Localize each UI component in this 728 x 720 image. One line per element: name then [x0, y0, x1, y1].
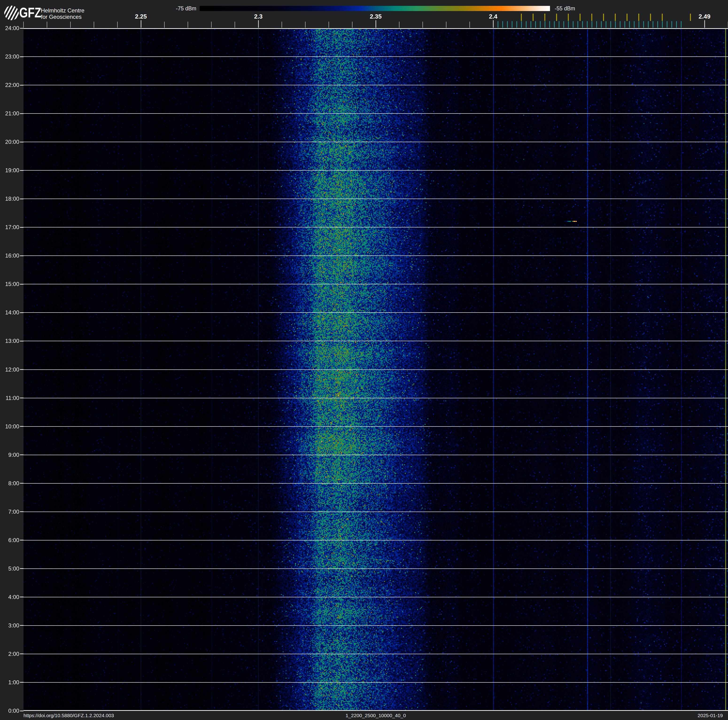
time-tick	[20, 711, 23, 711]
gfz-subtitle-line2: for Geosciences	[41, 14, 84, 20]
date-text: 2025-01-19	[698, 713, 723, 718]
time-tick	[20, 398, 23, 398]
time-tick	[20, 312, 23, 313]
hour-gridline	[23, 597, 728, 597]
wifi-channel-tick	[615, 14, 616, 21]
hour-gridline	[23, 312, 728, 313]
ble-channel-tick	[671, 21, 672, 28]
ble-channel-tick	[624, 21, 625, 28]
freq-tick	[23, 21, 24, 28]
ble-channel-tick	[657, 21, 658, 28]
wifi-channel-tick	[544, 14, 545, 21]
time-label: 8:00	[1, 480, 19, 487]
time-label: 23:00	[1, 54, 19, 60]
time-label: 12:00	[1, 366, 19, 373]
hour-gridline	[23, 142, 728, 142]
ble-channel-tick	[662, 21, 663, 28]
ble-channel-tick	[578, 21, 578, 28]
wifi-channel-tick	[532, 14, 534, 21]
ble-channel-tick	[526, 21, 526, 28]
freq-tick	[422, 21, 423, 28]
hour-gridline	[23, 426, 728, 427]
hour-gridline	[23, 199, 728, 199]
time-label: 16:00	[1, 252, 19, 259]
time-label: 7:00	[1, 509, 19, 515]
time-label: 20:00	[1, 139, 19, 145]
wifi-channel-tick	[568, 14, 569, 21]
ble-channel-tick	[639, 21, 639, 28]
freq-tick	[446, 21, 447, 28]
freq-tick-label: 2.35	[362, 13, 390, 20]
time-tick	[20, 170, 23, 171]
wifi-channel-tick	[690, 14, 691, 21]
dataset-id-text: 1_2200_2500_10000_40_0	[141, 713, 610, 718]
time-tick	[20, 483, 23, 484]
ble-channel-tick	[512, 21, 512, 28]
time-tick	[20, 540, 23, 541]
hour-gridline	[23, 512, 728, 512]
spectrogram-page: GFZ Helmholtz Centre for Geosciences -75…	[0, 0, 728, 720]
hour-gridline	[23, 341, 728, 341]
freq-tick	[281, 21, 282, 28]
time-tick	[20, 341, 23, 342]
time-tick	[20, 256, 23, 256]
ble-channel-tick	[615, 21, 616, 28]
wifi-channel-tick	[650, 14, 651, 21]
freq-tick	[258, 20, 259, 28]
time-label: 5:00	[1, 565, 19, 572]
ble-channel-tick	[592, 21, 592, 28]
freq-tick	[493, 20, 494, 28]
hour-gridline	[23, 170, 728, 171]
ble-channel-tick	[629, 21, 630, 28]
wifi-channel-tick	[521, 14, 522, 21]
freq-tick	[164, 21, 165, 28]
freq-tick	[141, 20, 141, 28]
ble-channel-tick	[549, 21, 550, 28]
freq-tick	[235, 21, 235, 28]
ble-channel-tick	[620, 21, 621, 28]
time-tick	[20, 654, 23, 654]
ble-channel-tick	[587, 21, 587, 28]
gfz-logo-subtitle: Helmholtz Centre for Geosciences	[41, 7, 84, 20]
hour-gridline	[23, 113, 728, 114]
freq-tick	[117, 21, 118, 28]
colorbar-min-label: -75 dBm	[141, 6, 196, 11]
time-tick	[20, 57, 23, 57]
ble-channel-tick	[516, 21, 517, 28]
time-tick	[20, 142, 23, 142]
hour-gridline	[23, 227, 728, 227]
time-label: 24:00	[1, 25, 19, 32]
hour-gridline	[23, 284, 728, 284]
freq-tick	[305, 21, 306, 28]
freq-tick	[399, 21, 399, 28]
freq-tick	[188, 21, 188, 28]
wifi-channel-tick	[638, 14, 639, 21]
ble-channel-tick	[606, 21, 606, 28]
time-tick	[20, 85, 23, 86]
freq-tick-label: 2.3	[244, 13, 272, 20]
hour-gridline	[23, 369, 728, 370]
ble-channel-tick	[596, 21, 597, 28]
colorbar	[200, 6, 550, 11]
time-label: 2:00	[1, 651, 19, 657]
freq-tick	[352, 21, 352, 28]
time-label: 9:00	[1, 452, 19, 458]
ble-channel-tick	[601, 21, 602, 28]
time-label: 4:00	[1, 594, 19, 601]
ble-channel-tick	[681, 21, 682, 28]
freq-tick	[470, 21, 470, 28]
wifi-channel-tick	[627, 14, 627, 21]
ble-channel-tick	[676, 21, 677, 28]
footer: https://doi.org/10.5880/GFZ.1.2.2024.003…	[0, 711, 728, 720]
ble-channel-tick	[667, 21, 667, 28]
time-label: 15:00	[1, 281, 19, 287]
wifi-channel-tick	[580, 14, 581, 21]
time-label: 17:00	[1, 224, 19, 231]
wifi-channel-tick	[591, 14, 592, 21]
hour-gridline	[23, 256, 728, 256]
time-label: 22:00	[1, 82, 19, 88]
time-label: 1:00	[1, 679, 19, 686]
ble-channel-tick	[573, 21, 574, 28]
time-label: 3:00	[1, 622, 19, 629]
time-tick	[20, 597, 23, 597]
